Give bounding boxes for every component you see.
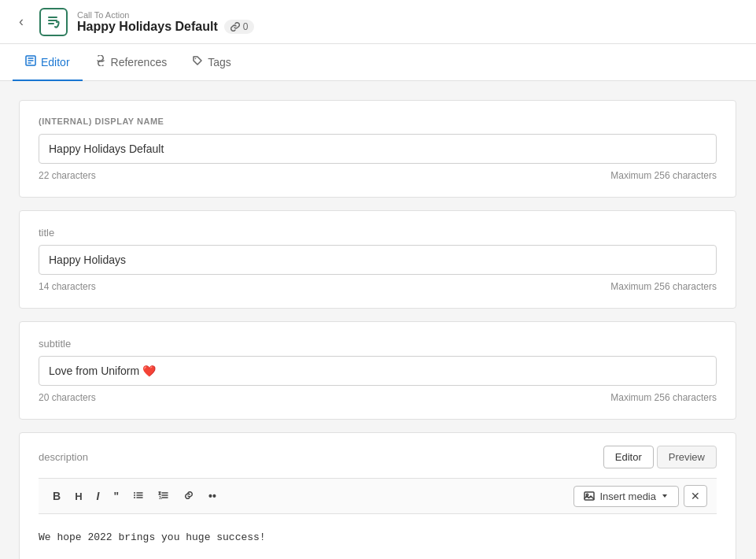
topbar-info: Call To Action Happy Holidays Default 0 [77,10,254,34]
title-label: title [39,227,717,239]
svg-point-3 [134,494,135,496]
references-tab-icon [95,55,106,68]
link-button[interactable] [179,487,199,506]
display-name-char-info: 22 characters Maximum 256 characters [39,170,717,181]
svg-point-4 [134,497,135,498]
quote-button[interactable]: " [109,487,124,505]
description-header: description Editor Preview [20,433,736,468]
insert-media-button[interactable]: Insert media [573,486,679,507]
content-type-icon [39,8,68,36]
heading-button[interactable]: H [70,487,87,505]
svg-point-1 [195,58,197,60]
svg-point-2 [134,492,135,494]
description-view-tabs: Editor Preview [603,446,717,468]
close-editor-button[interactable]: ✕ [684,485,707,507]
bullet-list-button[interactable] [128,487,149,506]
more-options-button[interactable]: •• [204,487,221,505]
title-char-info: 14 characters Maximum 256 characters [39,281,717,292]
subtitle-label: subtitle [39,338,717,350]
subtitle-input[interactable] [39,356,717,386]
description-preview-tab[interactable]: Preview [657,446,717,468]
tabbar: Editor References Tags [0,44,756,81]
description-editor-tab[interactable]: Editor [603,446,654,468]
svg-text:3.: 3. [159,495,163,500]
title-section: title 14 characters Maximum 256 characte… [19,210,736,309]
back-button[interactable]: ‹ [13,10,30,33]
tab-editor[interactable]: Editor [13,44,83,81]
description-section: description Editor Preview B H I " [19,432,736,559]
display-name-section: (INTERNAL) DISPLAY NAME 22 characters Ma… [19,100,736,198]
title-input[interactable] [39,245,717,275]
editor-toolbar: B H I " 3. [39,478,717,514]
svg-rect-6 [585,492,594,500]
bold-button[interactable]: B [48,487,65,505]
display-name-input[interactable] [39,134,717,164]
tab-references[interactable]: References [83,44,180,81]
subtitle-section: subtitle 20 characters Maximum 256 chara… [19,321,736,420]
tab-tags[interactable]: Tags [179,44,244,81]
tags-tab-icon [192,55,203,68]
breadcrumb-label: Call To Action [77,10,254,20]
italic-button[interactable]: I [92,487,105,505]
display-name-label: (INTERNAL) DISPLAY NAME [39,117,717,126]
topbar: ‹ Call To Action Happy Holidays Default … [0,0,756,44]
subtitle-char-info: 20 characters Maximum 256 characters [39,392,717,403]
ordered-list-button[interactable]: 3. [153,487,174,506]
link-count-badge: 0 [224,20,255,34]
description-label: description [39,451,88,463]
main-content: (INTERNAL) DISPLAY NAME 22 characters Ma… [0,81,755,559]
editor-tab-icon [25,55,36,68]
page-title: Happy Holidays Default 0 [77,20,254,34]
description-editor-content[interactable]: We hope 2022 brings you huge success! [20,514,736,559]
